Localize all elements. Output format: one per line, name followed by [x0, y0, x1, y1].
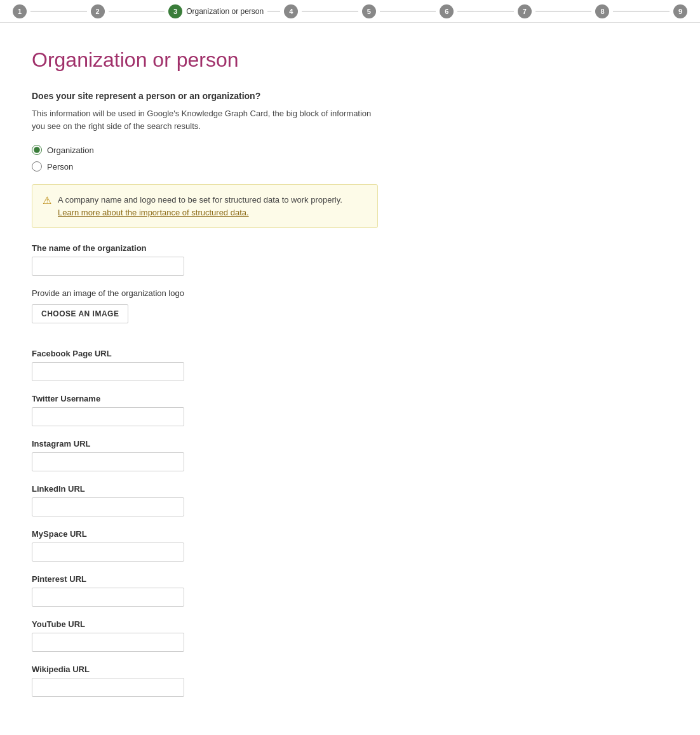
step-circle-2: 2	[91, 4, 105, 18]
warning-text: A company name and logo need to be set f…	[58, 194, 342, 219]
instagram-input[interactable]	[32, 452, 184, 471]
step-circle-7: 7	[518, 4, 532, 18]
step-circle-9: 9	[673, 4, 687, 18]
step-2: 2	[91, 4, 169, 18]
step-6: 6	[440, 4, 518, 18]
warning-box: ⚠ A company name and logo need to be set…	[32, 184, 378, 228]
radio-group: Organization Person	[32, 145, 668, 172]
instagram-field-group: Instagram URL	[32, 439, 668, 471]
instagram-label: Instagram URL	[32, 439, 668, 448]
radio-person-input[interactable]	[32, 161, 42, 172]
radio-person[interactable]: Person	[32, 161, 668, 172]
org-name-field-group: The name of the organization	[32, 243, 668, 276]
step-line-6	[457, 11, 514, 11]
facebook-label: Facebook Page URL	[32, 349, 668, 358]
myspace-label: MySpace URL	[32, 529, 668, 539]
page-title: Organization or person	[32, 48, 668, 72]
org-name-input[interactable]	[32, 257, 184, 276]
org-name-label: The name of the organization	[32, 243, 668, 253]
pinterest-input[interactable]	[32, 588, 184, 607]
youtube-input[interactable]	[32, 633, 184, 652]
step-4: 4	[284, 4, 362, 18]
progress-bar: 1 2 3 Organization or person 4 5 6 7 8 9	[0, 0, 700, 23]
facebook-input[interactable]	[32, 362, 184, 381]
step-line-3	[267, 11, 280, 11]
warning-message: A company name and logo need to be set f…	[58, 195, 342, 205]
pinterest-label: Pinterest URL	[32, 574, 668, 584]
radio-organization[interactable]: Organization	[32, 145, 668, 155]
step-line-2	[109, 11, 165, 11]
myspace-input[interactable]	[32, 543, 184, 562]
pinterest-field-group: Pinterest URL	[32, 574, 668, 607]
step-5: 5	[362, 4, 440, 18]
step-circle-5: 5	[362, 4, 376, 18]
linkedin-input[interactable]	[32, 497, 184, 516]
step-line-7	[535, 11, 592, 11]
wikipedia-field-group: Wikipedia URL	[32, 664, 668, 697]
twitter-input[interactable]	[32, 407, 184, 426]
facebook-field-group: Facebook Page URL	[32, 349, 668, 381]
step-7: 7	[518, 4, 596, 18]
youtube-label: YouTube URL	[32, 619, 668, 629]
image-description: Provide an image of the organization log…	[32, 288, 668, 298]
myspace-field-group: MySpace URL	[32, 529, 668, 562]
step-circle-1: 1	[13, 4, 27, 18]
image-field-group: Provide an image of the organization log…	[32, 288, 668, 336]
warning-icon: ⚠	[43, 194, 51, 206]
step-circle-6: 6	[440, 4, 454, 18]
wikipedia-label: Wikipedia URL	[32, 664, 668, 674]
twitter-field-group: Twitter Username	[32, 394, 668, 426]
step-3: 3 Organization or person	[168, 4, 284, 18]
radio-organization-input[interactable]	[32, 145, 42, 155]
twitter-label: Twitter Username	[32, 394, 668, 403]
linkedin-field-group: LinkedIn URL	[32, 484, 668, 516]
step-3-label: Organization or person	[186, 7, 264, 16]
step-1: 1	[13, 4, 91, 18]
choose-image-button[interactable]: CHOOSE AN IMAGE	[32, 304, 128, 323]
section-question: Does your site represent a person or an …	[32, 91, 668, 101]
youtube-field-group: YouTube URL	[32, 619, 668, 652]
radio-person-label: Person	[47, 162, 73, 172]
linkedin-label: LinkedIn URL	[32, 484, 668, 494]
section-description: This information will be used in Google'…	[32, 107, 375, 132]
step-line-8	[613, 11, 670, 11]
step-line-4	[302, 11, 358, 11]
step-circle-3: 3	[168, 4, 182, 18]
warning-link[interactable]: Learn more about the importance of struc…	[58, 208, 249, 217]
step-circle-4: 4	[284, 4, 298, 18]
step-9: 9	[673, 4, 687, 18]
step-circle-8: 8	[595, 4, 609, 18]
step-8: 8	[595, 4, 673, 18]
step-line-1	[30, 11, 87, 11]
wikipedia-input[interactable]	[32, 678, 184, 697]
step-line-5	[380, 11, 436, 11]
main-content: Organization or person Does your site re…	[0, 23, 700, 735]
radio-organization-label: Organization	[47, 145, 94, 155]
